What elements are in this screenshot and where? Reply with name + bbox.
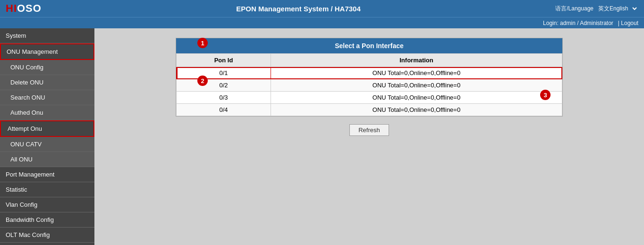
sidebar-item-port-aggregration[interactable]: Port Aggregration: [0, 243, 94, 245]
table-row[interactable]: 0/1 ONU Total=0,Online=0,Offline=0: [177, 67, 562, 79]
refresh-button[interactable]: Refresh: [349, 124, 389, 136]
refresh-area: Refresh: [104, 124, 635, 136]
language-label: 语言/Language: [555, 5, 593, 13]
badge-3: 3: [540, 90, 551, 100]
badge-1: 1: [197, 38, 208, 48]
pon-table-wrapper: Select a Pon Interface Pon Id Informatio…: [176, 38, 563, 117]
info-cell: ONU Total=0,Online=0,Offline=0: [271, 104, 562, 116]
table-row[interactable]: 0/3 ONU Total=0,Online=0,Offline=0: [177, 92, 562, 104]
header-top: HIOSO EPON Management System / HA7304 语言…: [0, 0, 644, 17]
sidebar-item-search-onu[interactable]: Search ONU: [0, 90, 94, 105]
pon-table-title: Select a Pon Interface: [176, 38, 562, 53]
sidebar-item-authed-onu[interactable]: Authed Onu: [0, 105, 94, 120]
logout-link[interactable]: | Logout: [618, 20, 638, 26]
header-lang: 语言/Language 英文English 中文Chinese: [555, 5, 638, 13]
sidebar-item-onu-management[interactable]: ONU Management: [0, 43, 94, 60]
sidebar-item-onu-catv[interactable]: ONU CATV: [0, 137, 94, 152]
table-row[interactable]: 0/4 ONU Total=0,Online=0,Offline=0: [177, 104, 562, 116]
logo: HIOSO: [6, 2, 42, 15]
sidebar-item-onu-config[interactable]: ONU Config: [0, 60, 94, 75]
sidebar-item-delete-onu[interactable]: Delete ONU: [0, 75, 94, 90]
pon-table: Pon Id Information 0/1 ONU Total=0,Onlin…: [176, 53, 562, 116]
info-cell: ONU Total=0,Online=0,Offline=0: [271, 92, 562, 104]
sidebar-item-statistic[interactable]: Statistic: [0, 182, 94, 197]
col-information: Information: [271, 54, 562, 67]
pon-id-cell: 0/3: [177, 92, 271, 104]
sidebar-item-all-onu[interactable]: All ONU: [0, 152, 94, 167]
main-layout: System ONU Management ONU Config Delete …: [0, 28, 644, 245]
sidebar-item-vlan-config[interactable]: Vlan Config: [0, 197, 94, 212]
pon-id-cell: 0/2: [177, 79, 271, 92]
table-row[interactable]: 0/2 ONU Total=0,Online=0,Offline=0: [177, 79, 562, 92]
info-cell: ONU Total=0,Online=0,Offline=0: [271, 79, 562, 92]
content-area: 1 2 3 Select a Pon Interface Pon Id Info…: [94, 28, 644, 245]
header-title: EPON Management System / HA7304: [42, 5, 555, 13]
sidebar-item-attempt-onu[interactable]: Attempt Onu: [0, 120, 94, 137]
sidebar-item-system[interactable]: System: [0, 28, 94, 43]
sidebar: System ONU Management ONU Config Delete …: [0, 28, 94, 245]
language-select[interactable]: 英文English 中文Chinese: [596, 5, 638, 12]
badge-2: 2: [197, 76, 208, 86]
sidebar-item-bandwidth-config[interactable]: Bandwidth Config: [0, 212, 94, 228]
login-info: Login: admin / Administrator: [543, 20, 613, 26]
pon-id-cell: 0/4: [177, 104, 271, 116]
sidebar-item-port-management[interactable]: Port Management: [0, 167, 94, 182]
logo-area: HIOSO: [6, 2, 42, 15]
pon-id-cell: 0/1: [177, 67, 271, 79]
info-cell: ONU Total=0,Online=0,Offline=0: [271, 67, 562, 79]
header-bottom: Login: admin / Administrator | Logout: [0, 17, 644, 28]
col-pon-id: Pon Id: [177, 54, 271, 67]
sidebar-item-olt-mac-config[interactable]: OLT Mac Config: [0, 228, 94, 243]
logo-hi: HI: [6, 2, 17, 14]
